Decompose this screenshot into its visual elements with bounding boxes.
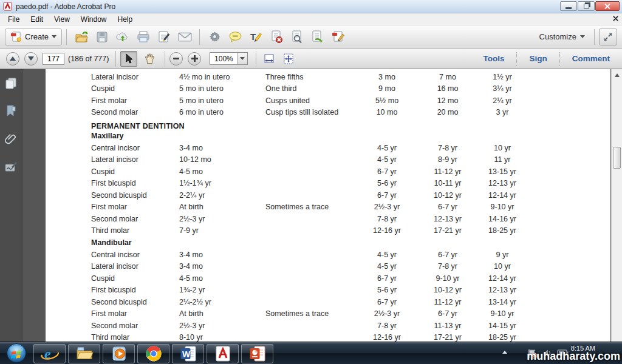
table-cell: 1½ yr <box>481 73 524 81</box>
table-cell: 12-13 yr <box>414 215 481 223</box>
edit-document-button[interactable] <box>328 28 349 46</box>
table-row: Lateral incisor4½ mo in uteroThree fifth… <box>46 71 610 83</box>
menu-help[interactable]: Help <box>112 14 138 25</box>
table-cell: 10-12 yr <box>414 286 481 294</box>
table-cell: Lateral incisor <box>91 73 179 81</box>
document-area: Lateral incisor4½ mo in uteroThree fifth… <box>0 69 622 342</box>
table-cell: First bicuspid <box>91 286 179 294</box>
table-cell: 5½ mo <box>360 96 414 105</box>
reading-mode-button[interactable] <box>599 29 617 46</box>
select-tool-button[interactable] <box>120 51 137 67</box>
next-page-button[interactable] <box>24 52 38 66</box>
fit-page-button[interactable] <box>280 51 297 67</box>
table-cell: 4-5 mo <box>179 274 265 283</box>
save-file-button[interactable] <box>92 28 112 46</box>
page-thumbnails-icon[interactable] <box>3 75 19 91</box>
export-file-button[interactable] <box>307 28 328 46</box>
table-cell: Cusp tips still isolated <box>265 108 360 116</box>
sign-panel-link[interactable]: Sign <box>523 52 553 66</box>
previous-page-button[interactable] <box>6 52 19 66</box>
title-bar: paedo.pdf - Adobe Acrobat Pro <box>0 0 622 13</box>
restore-button[interactable] <box>578 1 595 11</box>
scrollbar-thumb[interactable] <box>613 147 621 169</box>
zoom-in-button[interactable] <box>188 52 201 66</box>
table-cell: Second molar <box>91 322 179 330</box>
email-button[interactable] <box>174 28 195 46</box>
watermark: muhadharaty.com <box>527 350 620 363</box>
signatures-icon[interactable] <box>3 159 19 175</box>
close-button[interactable] <box>595 1 620 11</box>
table-cell: 18-25 yr <box>481 226 524 235</box>
vertical-scrollbar[interactable] <box>611 69 622 342</box>
table-cell: 11-12 yr <box>414 298 481 306</box>
minimize-button[interactable] <box>560 1 577 11</box>
print-button[interactable] <box>133 28 154 46</box>
table-cell: 4-5 yr <box>360 251 414 259</box>
start-button[interactable] <box>5 343 27 363</box>
create-button[interactable]: Create <box>5 29 62 46</box>
bookmarks-icon[interactable] <box>3 103 19 119</box>
sign-document-button[interactable] <box>154 28 174 46</box>
menu-window[interactable]: Window <box>75 14 112 25</box>
hand-tool-button[interactable] <box>141 51 158 67</box>
attachments-icon[interactable] <box>3 131 19 147</box>
comment-panel-link[interactable]: Comment <box>566 52 616 66</box>
taskbar-media-player[interactable] <box>103 344 135 363</box>
table-cell: 11-12 yr <box>414 167 481 176</box>
fit-width-button[interactable] <box>261 51 278 67</box>
table-cell: 14-16 yr <box>481 215 524 223</box>
table-cell: Second bicuspid <box>91 298 179 306</box>
close-document-icon[interactable] <box>613 16 618 21</box>
table-cell: 2½-3 yr <box>179 322 265 330</box>
table-cell: 12-13 yr <box>481 179 524 187</box>
table-cell: 3-4 mo <box>179 144 265 152</box>
table-cell: Sometimes a trace <box>265 309 360 318</box>
acrobat-app-icon <box>3 2 12 11</box>
highlight-text-button[interactable]: T <box>245 28 266 46</box>
table-cell: 6-7 yr <box>414 251 481 259</box>
taskbar-windows-explorer[interactable] <box>68 344 100 363</box>
pdf-page[interactable]: Lateral incisor4½ mo in uteroThree fifth… <box>46 69 610 342</box>
zoom-out-button[interactable] <box>169 52 183 66</box>
taskbar-word[interactable]: W <box>172 344 204 363</box>
show-hidden-icons-icon[interactable] <box>502 351 507 354</box>
table-cell: 3-4 mo <box>179 262 265 271</box>
section-heading: Maxillary <box>46 132 610 142</box>
scan-ocr-button[interactable] <box>287 28 307 46</box>
menu-view[interactable]: View <box>49 14 75 25</box>
table-cell: 2¼ yr <box>481 96 524 105</box>
table-cell: 12 mo <box>414 96 481 105</box>
table-cell: 17-21 yr <box>414 333 481 342</box>
delete-pages-button[interactable] <box>266 28 287 46</box>
menu-file[interactable]: File <box>2 14 25 25</box>
table-cell: 16 mo <box>414 84 481 93</box>
tools-panel-link[interactable]: Tools <box>477 52 510 66</box>
open-file-button[interactable] <box>71 28 92 46</box>
table-cell: Cuspid <box>91 274 179 283</box>
table-cell: Second molar <box>91 215 179 223</box>
table-cell: 14-15 yr <box>481 322 524 330</box>
customize-button[interactable]: Customize <box>535 30 590 44</box>
menu-edit[interactable]: Edit <box>25 14 49 25</box>
table-cell: 6-7 yr <box>414 309 481 318</box>
upload-cloud-button[interactable] <box>112 28 133 46</box>
page-count-label: (186 of 777) <box>68 55 109 63</box>
taskbar-powerpoint[interactable] <box>241 344 273 363</box>
comment-bubble-icon[interactable] <box>225 28 245 46</box>
taskbar-acrobat[interactable] <box>207 344 239 363</box>
navigation-pane-strip <box>0 69 22 342</box>
table-cell: 8-10 yr <box>179 333 265 342</box>
zoom-level-select[interactable]: 100% <box>210 52 248 65</box>
table-cell: 12-16 yr <box>360 226 414 235</box>
system-tray: 8:15 AM muhadharaty.com <box>491 342 622 364</box>
table-cell: 4½ mo in utero <box>179 73 265 81</box>
scroll-up-icon[interactable] <box>612 70 622 80</box>
table-cell: 1¾-2 yr <box>179 286 265 294</box>
taskbar-chrome[interactable] <box>137 344 169 363</box>
page-number-input[interactable] <box>43 53 64 65</box>
navigation-toolbar: (186 of 777) 100% Tools Sign Comment <box>0 49 622 69</box>
table-cell: First molar <box>91 96 179 105</box>
table-cell: 6 mo in utero <box>179 108 265 116</box>
taskbar-internet-explorer[interactable]: e <box>33 344 66 363</box>
gear-icon[interactable] <box>204 28 225 46</box>
